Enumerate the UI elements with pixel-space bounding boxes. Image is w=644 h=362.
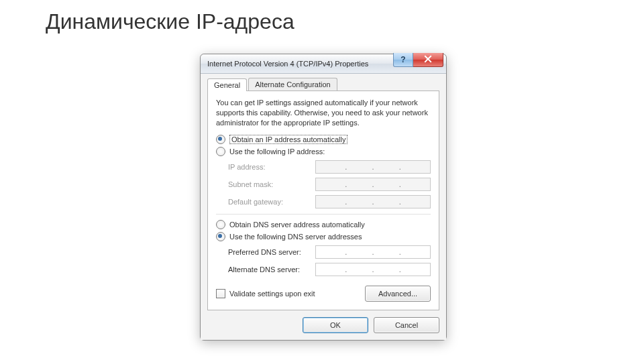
field-preferred-dns: Preferred DNS server: ... <box>228 245 431 259</box>
default-gateway-label: Default gateway: <box>228 198 315 206</box>
radio-ip-auto-row[interactable]: Obtain an IP address automatically <box>216 135 431 144</box>
separator <box>216 214 431 215</box>
radio-icon <box>216 147 225 156</box>
window-title: Internet Protocol Version 4 (TCP/IPv4) P… <box>207 60 368 68</box>
subnet-mask-input: ... <box>315 178 431 191</box>
help-button[interactable]: ? <box>393 53 413 67</box>
radio-icon <box>216 220 225 229</box>
tab-general[interactable]: General <box>207 78 247 91</box>
radio-dns-manual-label: Use the following DNS server addresses <box>229 233 362 241</box>
field-default-gateway: Default gateway: ... <box>228 195 431 208</box>
validate-settings-row[interactable]: Validate settings upon exit <box>216 289 315 298</box>
radio-ip-manual-label: Use the following IP address: <box>229 147 325 156</box>
close-button[interactable] <box>413 53 443 67</box>
radio-icon <box>216 232 225 241</box>
subnet-mask-label: Subnet mask: <box>228 180 315 188</box>
field-subnet-mask: Subnet mask: ... <box>228 178 431 191</box>
ok-button[interactable]: OK <box>303 317 368 333</box>
radio-dns-auto-row[interactable]: Obtain DNS server address automatically <box>216 220 431 229</box>
dialog-footer: OK Cancel <box>207 310 439 333</box>
tab-alternate-configuration[interactable]: Alternate Configuration <box>248 78 337 90</box>
field-ip-address: IP address: ... <box>228 160 431 174</box>
slide-title: Динамические IP-адреса <box>46 9 294 34</box>
cancel-button[interactable]: Cancel <box>374 317 439 333</box>
alternate-dns-input[interactable]: ... <box>315 263 431 276</box>
close-icon <box>424 55 432 64</box>
radio-ip-manual-row[interactable]: Use the following IP address: <box>216 147 431 156</box>
field-alternate-dns: Alternate DNS server: ... <box>228 263 431 276</box>
radio-dns-manual-row[interactable]: Use the following DNS server addresses <box>216 232 431 241</box>
checkbox-icon <box>216 289 225 298</box>
window-buttons: ? <box>393 53 443 67</box>
radio-ip-auto-label: Obtain an IP address automatically <box>229 135 347 144</box>
dialog-body: General Alternate Configuration You can … <box>201 74 446 340</box>
tab-panel-general: You can get IP settings assigned automat… <box>207 91 439 310</box>
advanced-button[interactable]: Advanced... <box>365 286 431 302</box>
preferred-dns-label: Preferred DNS server: <box>228 248 315 256</box>
ip-address-input: ... <box>315 160 431 174</box>
titlebar: Internet Protocol Version 4 (TCP/IPv4) P… <box>201 54 446 74</box>
validate-settings-label: Validate settings upon exit <box>229 290 315 298</box>
tabstrip: General Alternate Configuration <box>207 78 439 91</box>
radio-dns-auto-label: Obtain DNS server address automatically <box>229 221 365 229</box>
radio-icon <box>216 135 225 144</box>
description-text: You can get IP settings assigned automat… <box>216 98 431 128</box>
preferred-dns-input[interactable]: ... <box>315 245 431 259</box>
alternate-dns-label: Alternate DNS server: <box>228 265 315 274</box>
default-gateway-input: ... <box>315 195 431 208</box>
ip-address-label: IP address: <box>228 163 315 171</box>
ipv4-properties-dialog: Internet Protocol Version 4 (TCP/IPv4) P… <box>200 54 447 341</box>
